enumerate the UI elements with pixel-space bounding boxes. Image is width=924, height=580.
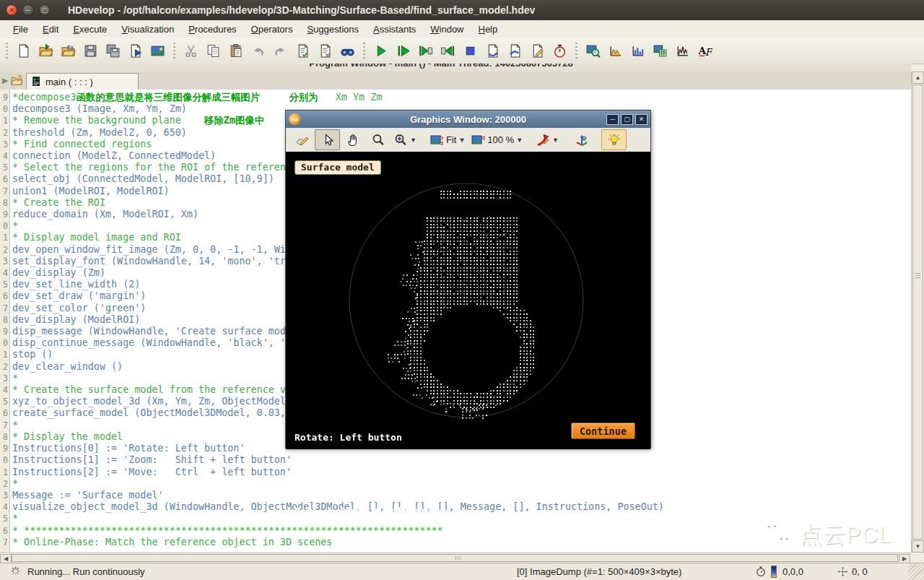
pointer-tool-button[interactable]: [315, 129, 340, 150]
magnify-tool-button[interactable]: [365, 129, 391, 150]
line-number: 6: [3, 290, 8, 302]
menu-visualization[interactable]: Visualization: [114, 22, 181, 37]
deactivate-lines-icon: [318, 43, 333, 59]
graphics-canvas-area[interactable]: Surface model Rotate: Left button Zoom: …: [286, 152, 650, 449]
line-number: 6: [3, 407, 8, 419]
zoom-level-label: 100 %: [487, 134, 514, 145]
status-running-text: Running... Run continuously: [27, 566, 145, 577]
zoom-window-button[interactable]: [582, 40, 604, 61]
edit-code-button[interactable]: [526, 40, 549, 61]
menu-procedures[interactable]: Procedures: [181, 22, 243, 37]
graphics-toolbar: ▼Fit▼100 %▼▼: [286, 128, 650, 152]
tab-nav-arrow-icon[interactable]: ▶: [2, 76, 8, 85]
gray-value-gradient-bar: [771, 566, 777, 578]
color-settings-button[interactable]: ▼: [533, 129, 562, 150]
menu-suggestions[interactable]: Suggestions: [300, 22, 366, 37]
open-program-button[interactable]: [35, 40, 57, 61]
procedures-folder-icon[interactable]: [10, 74, 23, 90]
pan-tool-button[interactable]: [340, 129, 365, 150]
open-program-icon: [38, 43, 53, 59]
lighting-button[interactable]: [601, 129, 627, 150]
fit-image-button[interactable]: Fit▼: [427, 129, 468, 150]
export-button[interactable]: [124, 40, 147, 61]
graphics-maximize-button[interactable]: ▢: [621, 114, 633, 125]
profiler-button[interactable]: [549, 40, 571, 61]
scroll-up-button[interactable]: ▲: [912, 72, 924, 84]
continue-button[interactable]: Continue: [571, 423, 635, 439]
graphics-window[interactable]: HA Graphics Window: 200000 ─ ▢ ✕ ▼Fit▼10…: [285, 110, 651, 449]
copy-icon: [206, 43, 221, 59]
menu-edit[interactable]: Edit: [35, 22, 66, 37]
draw-region-button[interactable]: [289, 129, 315, 150]
step-into-button[interactable]: [414, 40, 437, 61]
scroll-down-button[interactable]: ▼: [912, 540, 924, 553]
line-number: 2: [3, 361, 8, 373]
color-settings-icon: [536, 133, 550, 147]
step-button[interactable]: [392, 40, 414, 61]
line-number: 9: [3, 326, 8, 337]
status-cursor-position: 0, 0: [852, 566, 868, 577]
open-example-icon: Ex: [61, 43, 76, 59]
editor-horizontal-scrollbar[interactable]: ◀ ▶: [0, 553, 911, 563]
reset-program-button[interactable]: [504, 40, 526, 61]
reset-view-3d-button[interactable]: [569, 129, 594, 150]
redo-button[interactable]: [269, 40, 292, 61]
reset-execution-button[interactable]: [481, 40, 504, 61]
menu-window[interactable]: Window: [423, 22, 471, 37]
image-matrix-button[interactable]: [649, 40, 671, 61]
cut-button[interactable]: [180, 40, 202, 61]
fit-image-dropdown-caret[interactable]: ▼: [458, 137, 465, 144]
find-button[interactable]: [336, 40, 359, 61]
zoom-in-tool-dropdown-caret[interactable]: ▼: [410, 137, 417, 144]
copy-button[interactable]: [202, 40, 225, 61]
pointer-tool-icon: [321, 133, 335, 147]
window-minimize-button[interactable]: ─: [22, 4, 34, 16]
running-spinner-icon: [10, 566, 21, 579]
save-all-button[interactable]: [102, 40, 124, 61]
graphics-minimize-button[interactable]: ─: [606, 114, 619, 125]
activate-lines-button[interactable]: [292, 40, 314, 61]
font-settings-button[interactable]: AF: [694, 40, 716, 61]
line-number: 5: [3, 279, 8, 290]
step-out-button[interactable]: [437, 40, 459, 61]
line-number: 9: [3, 92, 8, 103]
line-number: 1: [3, 349, 8, 360]
tab-main[interactable]: main ( : : : ): [26, 73, 139, 90]
horizontal-scroll-thumb[interactable]: [12, 554, 898, 562]
feature-histogram-button[interactable]: [627, 40, 649, 61]
menu-file[interactable]: File: [6, 22, 35, 37]
point-cloud-canvas[interactable]: [286, 152, 650, 449]
window-resize-grip[interactable]: [908, 564, 924, 580]
graphics-close-button[interactable]: ✕: [635, 114, 648, 125]
gray-histogram-button[interactable]: [604, 40, 627, 61]
line-number: 1: [3, 467, 8, 478]
code-line[interactable]: *decompose3函数的意思就是将三维图像分解成三幅图片 分别为 Xm Ym…: [12, 92, 664, 103]
zoom-level-dropdown-caret[interactable]: ▼: [516, 137, 523, 144]
stop-button[interactable]: [459, 40, 481, 61]
new-program-button[interactable]: [12, 40, 35, 61]
paste-button[interactable]: [225, 40, 247, 61]
menu-help[interactable]: Help: [471, 22, 505, 37]
menu-assistants[interactable]: Assistants: [366, 22, 423, 37]
zoom-in-tool-button[interactable]: ▼: [391, 129, 419, 150]
graphics-window-titlebar[interactable]: HA Graphics Window: 200000 ─ ▢ ✕: [286, 111, 650, 128]
new-program-icon: [16, 43, 31, 59]
line-number: 7: [3, 420, 8, 431]
zoom-level-button[interactable]: 100 %▼: [468, 129, 526, 150]
color-settings-dropdown-caret[interactable]: ▼: [552, 137, 559, 144]
vertical-scroll-thumb[interactable]: [912, 85, 923, 540]
instruction-move: Move: Ctrl + left button: [295, 505, 447, 517]
run-button[interactable]: [370, 40, 392, 61]
menu-operators[interactable]: Operators: [244, 22, 300, 37]
instruction-zoom: Zoom: Shift + left button: [295, 468, 447, 480]
acquire-image-button[interactable]: [147, 40, 169, 61]
window-maximize-button[interactable]: ▢: [39, 4, 51, 16]
window-close-button[interactable]: ✕: [6, 4, 17, 16]
open-example-button[interactable]: Ex: [57, 40, 79, 61]
editor-vertical-scrollbar[interactable]: ▲ ▼: [911, 72, 924, 553]
menu-execute[interactable]: Execute: [66, 22, 114, 37]
deactivate-lines-button[interactable]: [314, 40, 336, 61]
line-profile-button[interactable]: [671, 40, 694, 61]
undo-button[interactable]: [247, 40, 269, 61]
save-button[interactable]: [79, 40, 102, 61]
